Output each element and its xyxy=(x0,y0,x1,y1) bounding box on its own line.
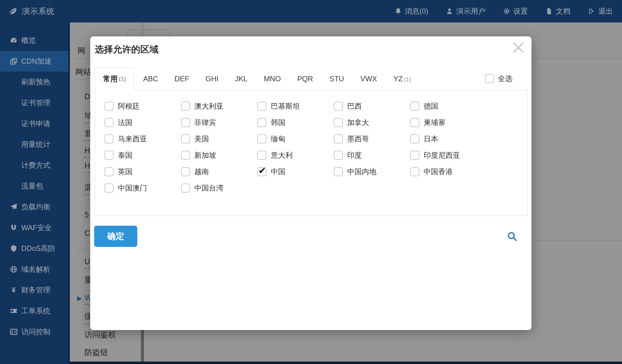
app-root: 演示系统 消息(0) 演示用户 设置 xyxy=(0,0,622,364)
top-nav-item[interactable]: 退出 xyxy=(588,6,613,16)
sidebar-item[interactable]: 用量统计 xyxy=(0,134,68,155)
region-group-tab[interactable]: YZ (1) xyxy=(393,75,411,83)
search-button[interactable] xyxy=(507,231,518,242)
region-checkbox-item[interactable]: ✔ 中国香港 xyxy=(410,163,487,180)
region-label: 意大利 xyxy=(271,150,292,160)
region-checkbox-item[interactable]: ✔ 马来西亚 xyxy=(104,131,181,147)
region-checkbox[interactable]: ✔ xyxy=(257,134,266,143)
region-checkbox-item[interactable]: ✔ 德国 xyxy=(410,98,487,114)
region-checkbox[interactable]: ✔ xyxy=(334,118,343,127)
top-nav-item[interactable]: 消息(0) xyxy=(395,6,428,16)
sidebar-item[interactable]: 证书申请 xyxy=(0,113,68,134)
region-checkbox[interactable]: ✔ xyxy=(410,118,419,127)
sidebar-item[interactable]: WAF安全 xyxy=(0,217,68,238)
top-nav-item[interactable]: 文档 xyxy=(545,6,570,16)
region-checkbox[interactable]: ✔ xyxy=(181,184,190,193)
region-checkbox[interactable]: ✔ xyxy=(410,167,419,176)
region-checkbox[interactable]: ✔ xyxy=(334,102,343,111)
region-checkbox-item[interactable]: ✔ 中国澳门 xyxy=(104,180,181,196)
region-checkbox-item[interactable]: ✔ 柬埔寨 xyxy=(410,114,487,131)
region-checkbox[interactable]: ✔ xyxy=(334,134,343,143)
sidebar-item[interactable]: 负载均衡 xyxy=(0,197,68,217)
region-group-tab[interactable]: GHI xyxy=(206,75,220,83)
region-checkbox-item[interactable]: ✔ 泰国 xyxy=(104,147,181,163)
region-checkbox-item[interactable]: ✔ 菲律宾 xyxy=(181,114,258,131)
region-label: 泰国 xyxy=(118,150,132,160)
sidebar-item-label: DDoS高防 xyxy=(21,244,55,253)
top-nav-item[interactable]: 演示用户 xyxy=(446,6,485,16)
region-group-tab[interactable]: ABC xyxy=(143,75,159,83)
region-checkbox[interactable]: ✔ xyxy=(104,102,114,111)
region-group-tab[interactable]: MNO xyxy=(264,75,282,83)
region-checkbox-item[interactable]: ✔ 加拿大 xyxy=(334,114,410,131)
region-checkbox[interactable]: ✔ xyxy=(334,167,343,176)
region-checkbox-item[interactable]: ✔ 中国台湾 xyxy=(181,180,258,196)
region-checkbox[interactable]: ✔ xyxy=(104,118,114,127)
sidebar-item-label: 访问控制 xyxy=(21,327,50,337)
region-checkbox-item[interactable]: ✔ 中国内地 xyxy=(334,163,410,180)
region-label: 美国 xyxy=(194,134,209,144)
region-checkbox-item[interactable]: ✔ 墨西哥 xyxy=(334,131,410,147)
region-checkbox[interactable]: ✔ xyxy=(410,151,419,160)
region-checkbox[interactable]: ✔ xyxy=(410,134,419,143)
region-checkbox-item[interactable]: ✔ 缅甸 xyxy=(257,131,334,147)
region-checkbox[interactable]: ✔ xyxy=(257,118,266,127)
sidebar-item[interactable]: 工单系统 xyxy=(0,301,68,322)
tab-count: (1) xyxy=(119,76,126,82)
region-checkbox-item[interactable]: ✔ 韩国 xyxy=(257,114,334,131)
sidebar-item[interactable]: 流量包 xyxy=(0,176,68,197)
region-checkbox-item[interactable]: ✔ 巴基斯坦 xyxy=(257,98,334,114)
region-checkbox[interactable]: ✔ xyxy=(181,102,190,111)
region-checkbox[interactable]: ✔ xyxy=(104,167,114,176)
region-group-tab[interactable]: DEF xyxy=(175,75,190,83)
region-checkbox[interactable]: ✔ xyxy=(181,151,190,160)
region-checkbox[interactable]: ✔ xyxy=(104,184,114,193)
sidebar-item[interactable]: 计费方式 xyxy=(0,155,68,176)
sidebar-item[interactable]: CDN加速 xyxy=(0,51,68,72)
select-all-checkbox-item[interactable]: 全选 xyxy=(485,74,512,83)
region-checkbox-item[interactable]: ✔ 印度 xyxy=(334,147,410,163)
sidebar-item[interactable]: 证书管理 xyxy=(0,93,68,113)
sidebar-item[interactable]: 财务管理 xyxy=(0,280,68,301)
region-checkbox[interactable]: ✔ xyxy=(334,151,343,160)
region-checkbox-item[interactable]: ✔ 巴西 xyxy=(334,98,410,114)
brand-logo[interactable]: 演示系统 xyxy=(9,6,55,17)
region-checkbox[interactable]: ✔ xyxy=(410,102,419,111)
region-checkbox[interactable]: ✔ xyxy=(257,167,266,176)
region-checkbox-item[interactable]: ✔ 新加坡 xyxy=(181,147,258,163)
region-group-tab[interactable]: STU xyxy=(330,75,345,83)
region-checkbox[interactable]: ✔ xyxy=(104,151,114,160)
region-label: 巴西 xyxy=(347,101,362,111)
region-checkbox-item[interactable]: ✔ 中国 xyxy=(257,163,334,180)
select-all-checkbox[interactable] xyxy=(485,74,494,83)
region-checkbox-item[interactable]: ✔ 阿根廷 xyxy=(104,98,181,114)
region-checkbox[interactable]: ✔ xyxy=(181,167,190,176)
region-checkbox-item[interactable]: ✔ 美国 xyxy=(181,131,258,147)
region-checkbox-item[interactable]: ✔ 越南 xyxy=(181,163,258,180)
region-checkbox-item[interactable]: ✔ 意大利 xyxy=(257,147,334,163)
region-checkbox-item[interactable]: ✔ 英国 xyxy=(104,163,181,180)
region-checkbox[interactable]: ✔ xyxy=(181,134,190,143)
confirm-button[interactable]: 确定 xyxy=(94,226,137,247)
sidebar-item-label: CDN加速 xyxy=(21,56,52,66)
region-checkbox[interactable]: ✔ xyxy=(104,134,114,143)
region-checkbox-item[interactable]: ✔ 澳大利亚 xyxy=(181,98,258,114)
region-checkbox-item[interactable]: ✔ 法国 xyxy=(104,114,181,131)
sidebar-item[interactable]: 刷新预热 xyxy=(0,72,68,93)
top-nav-item[interactable]: 设置 xyxy=(503,6,528,16)
region-checkbox[interactable]: ✔ xyxy=(181,118,190,127)
region-checkbox[interactable]: ✔ xyxy=(257,151,266,160)
region-checkbox[interactable]: ✔ xyxy=(257,102,266,111)
sidebar-item[interactable]: DDoS高防 xyxy=(0,238,68,259)
region-label: 澳大利亚 xyxy=(194,101,224,111)
sidebar-item[interactable]: 访问控制 xyxy=(0,321,68,342)
region-group-tab[interactable]: PQR xyxy=(297,75,314,83)
sidebar-item[interactable]: 概览 xyxy=(0,30,68,51)
region-checkbox-item[interactable]: ✔ 日本 xyxy=(410,131,487,147)
close-button[interactable] xyxy=(511,41,525,55)
region-checkbox-item[interactable]: ✔ 印度尼西亚 xyxy=(410,147,487,163)
region-group-tab[interactable]: 常用 (1) xyxy=(95,67,134,90)
sidebar-item[interactable]: 域名解析 xyxy=(0,259,68,280)
region-group-tab[interactable]: JKL xyxy=(235,75,248,83)
region-group-tab[interactable]: VWX xyxy=(361,75,378,83)
